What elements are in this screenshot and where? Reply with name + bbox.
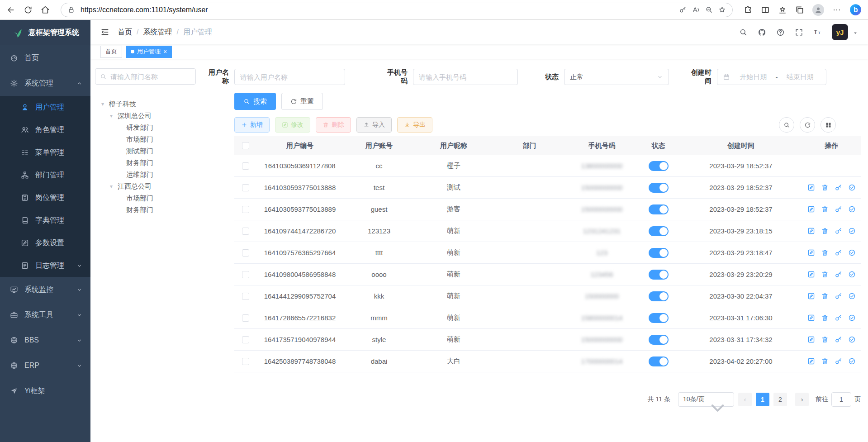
delete-icon[interactable] [821, 314, 829, 322]
status-toggle[interactable] [649, 356, 669, 366]
sidebar-item-首页[interactable]: 首页 [0, 45, 90, 71]
page-button-2[interactable]: 2 [773, 393, 787, 406]
column-settings-button[interactable] [821, 117, 836, 133]
edit-button[interactable]: 修改 [275, 117, 310, 133]
sidebar-item-日志管理[interactable]: 日志管理 [0, 254, 90, 277]
reset-password-icon[interactable] [835, 249, 842, 257]
assign-role-icon[interactable] [848, 357, 856, 365]
close-tag-icon[interactable]: × [163, 48, 167, 55]
username-field[interactable] [240, 73, 339, 81]
github-icon[interactable] [758, 28, 766, 37]
delete-button[interactable]: 删除 [316, 117, 351, 133]
edit-op-icon[interactable] [807, 292, 815, 300]
sidebar-item-岗位管理[interactable]: 岗位管理 [0, 186, 90, 209]
tree-node-市场部门[interactable]: 市场部门 [95, 133, 196, 145]
edit-op-icon[interactable] [807, 249, 815, 257]
status-toggle[interactable] [649, 291, 669, 301]
sidebar-item-部门管理[interactable]: 部门管理 [0, 164, 90, 186]
fold-sidebar-icon[interactable] [100, 28, 109, 37]
browser-menu-icon[interactable] [832, 5, 841, 14]
tree-node-财务部门[interactable]: 财务部门 [95, 157, 196, 169]
edit-op-icon[interactable] [807, 271, 815, 278]
bing-sidebar-icon[interactable]: b [849, 4, 862, 16]
reset-password-icon[interactable] [835, 314, 842, 322]
sidebar-item-系统工具[interactable]: 系统工具 [0, 302, 90, 328]
assign-role-icon[interactable] [848, 271, 856, 278]
assign-role-icon[interactable] [848, 184, 856, 191]
row-checkbox[interactable] [242, 336, 249, 343]
sidebar-item-系统管理[interactable]: 系统管理 [0, 71, 90, 96]
add-button[interactable]: 新增 [234, 117, 270, 133]
reset-password-icon[interactable] [835, 205, 842, 213]
date-range-picker[interactable]: 开始日期 - 结束日期 [717, 69, 826, 85]
username-input[interactable] [234, 69, 345, 85]
extensions-icon[interactable] [744, 5, 753, 14]
delete-icon[interactable] [821, 184, 829, 191]
sidebar-item-参数设置[interactable]: 参数设置 [0, 232, 90, 254]
page-size-select[interactable]: 10条/页 [678, 392, 734, 407]
row-checkbox[interactable] [242, 271, 249, 278]
tag-用户管理[interactable]: 用户管理× [126, 46, 172, 58]
sidebar-item-菜单管理[interactable]: 菜单管理 [0, 141, 90, 164]
next-page-button[interactable]: › [795, 393, 809, 406]
status-toggle[interactable] [649, 226, 669, 236]
goto-page-input[interactable] [831, 392, 851, 407]
header-search-icon[interactable] [739, 28, 748, 37]
reset-password-icon[interactable] [835, 292, 842, 300]
delete-icon[interactable] [821, 336, 829, 343]
edit-op-icon[interactable] [807, 314, 815, 322]
search-button[interactable]: 搜索 [234, 93, 276, 110]
browser-profile-avatar[interactable] [812, 4, 824, 16]
row-checkbox[interactable] [242, 249, 249, 257]
row-checkbox[interactable] [242, 358, 249, 365]
tree-expand-caret-icon[interactable]: ▾ [101, 101, 109, 107]
assign-role-icon[interactable] [848, 314, 856, 322]
sidebar-item-字典管理[interactable]: 字典管理 [0, 209, 90, 232]
delete-icon[interactable] [821, 292, 829, 300]
edit-op-icon[interactable] [807, 227, 815, 235]
export-button[interactable]: 导出 [397, 117, 432, 133]
reset-button[interactable]: 重置 [281, 93, 323, 110]
split-screen-icon[interactable] [761, 5, 770, 14]
delete-icon[interactable] [821, 271, 829, 278]
sidebar-item-Yi框架[interactable]: Yi框架 [0, 378, 90, 404]
delete-icon[interactable] [821, 205, 829, 213]
page-button-1[interactable]: 1 [756, 393, 769, 406]
edit-op-icon[interactable] [807, 184, 815, 191]
row-checkbox[interactable] [242, 293, 249, 300]
fullscreen-icon[interactable] [795, 28, 803, 37]
edit-op-icon[interactable] [807, 357, 815, 365]
status-toggle[interactable] [649, 248, 669, 258]
url-text[interactable]: https://ccnetcore.com:1101/system/user [81, 6, 674, 14]
tree-node-江西总公司[interactable]: ▾江西总公司 [95, 181, 196, 192]
assign-role-icon[interactable] [848, 336, 856, 343]
prev-page-button[interactable]: ‹ [738, 393, 752, 406]
phone-field[interactable] [419, 73, 512, 81]
row-checkbox[interactable] [242, 184, 249, 191]
sidebar-item-BBS[interactable]: BBS [0, 328, 90, 353]
font-size-icon[interactable]: TT [813, 28, 822, 37]
sidebar-item-系统监控[interactable]: 系统监控 [0, 277, 90, 302]
tree-node-深圳总公司[interactable]: ▾深圳总公司 [95, 110, 196, 122]
refresh-table-button[interactable] [800, 117, 815, 133]
breadcrumb-item[interactable]: 系统管理 [143, 28, 172, 37]
avatar-caret-down-icon[interactable] [853, 29, 858, 35]
tree-node-财务部门[interactable]: 财务部门 [95, 204, 196, 216]
tree-node-研发部门[interactable]: 研发部门 [95, 122, 196, 133]
breadcrumb-item[interactable]: 首页 [118, 28, 132, 37]
row-checkbox[interactable] [242, 162, 249, 170]
edit-op-icon[interactable] [807, 336, 815, 343]
status-toggle[interactable] [649, 183, 669, 193]
select-all-checkbox[interactable] [242, 142, 249, 149]
row-checkbox[interactable] [242, 314, 249, 322]
address-bar[interactable]: https://ccnetcore.com:1101/system/user [61, 3, 733, 17]
assign-role-icon[interactable] [848, 249, 856, 257]
status-toggle[interactable] [649, 204, 669, 214]
dept-search-input[interactable] [95, 68, 196, 85]
show-search-toggle-button[interactable] [779, 117, 794, 133]
tree-node-市场部门[interactable]: 市场部门 [95, 192, 196, 204]
favorite-star-icon[interactable] [718, 6, 726, 14]
assign-role-icon[interactable] [848, 227, 856, 235]
tag-首页[interactable]: 首页 [100, 46, 122, 58]
reload-icon[interactable] [24, 5, 33, 14]
